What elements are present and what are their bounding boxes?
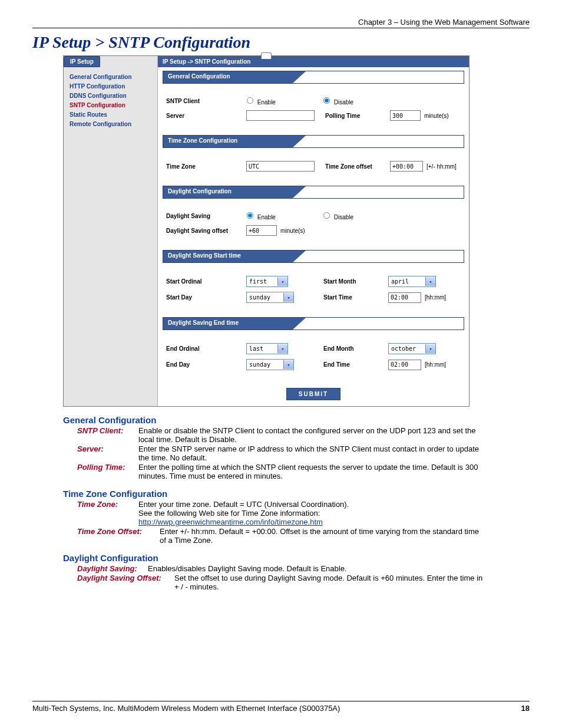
enable-label: Enable — [257, 99, 276, 106]
footer-text: Multi-Tech Systems, Inc. MultiModem Wire… — [32, 704, 340, 713]
doc-term-dso: Daylight Saving Offset: — [77, 574, 174, 591]
section-header-ds-start: Daylight Saving Start time — [163, 250, 464, 263]
end-ordinal-value: last — [249, 345, 277, 352]
submit-button[interactable]: SUBMIT — [286, 388, 340, 400]
end-time-label: End Time — [323, 361, 388, 368]
chevron-down-icon: ▾ — [425, 344, 435, 353]
end-day-label: End Day — [166, 361, 246, 368]
doc-body: General Configuration SNTP Client: Enabl… — [63, 415, 487, 591]
end-ordinal-label: End Ordinal — [166, 345, 246, 352]
sntp-client-label: SNTP Client — [166, 98, 246, 104]
section-title-dl: Daylight Configuration — [163, 186, 293, 198]
doc-term-poll: Polling Time: — [77, 463, 138, 480]
dl-disable-radio[interactable] — [323, 212, 330, 219]
section-title-tz: Time Zone Configuration — [163, 136, 293, 147]
doc-tz-line1: Enter your time zone. Default = UTC (Uni… — [138, 500, 349, 509]
sidebar: IP Setup General Configuration HTTP Conf… — [64, 56, 158, 406]
polling-unit: minute(s) — [424, 113, 449, 119]
doc-body-tzo: Enter +/- hh:mm. Default = +00:00. Offse… — [160, 527, 487, 545]
doc-term-ds: Daylight Saving: — [77, 564, 148, 573]
sidebar-item-ddns[interactable]: DDNS Configuration — [70, 93, 151, 99]
doc-heading-tz: Time Zone Configuration — [63, 489, 487, 499]
doc-tz-line2: See the following Web site for Time Zone… — [138, 509, 320, 518]
disable-label: Disable — [334, 99, 353, 106]
sidebar-tab[interactable]: IP Setup — [64, 56, 100, 67]
chevron-down-icon: ▾ — [277, 277, 287, 286]
tz-offset-input[interactable] — [390, 161, 423, 172]
doc-heading-general: General Configuration — [63, 415, 487, 425]
doc-term-tzo: Time Zone Offset: — [77, 527, 160, 545]
timezone-label: Time Zone — [166, 163, 246, 170]
chevron-down-icon: ▾ — [277, 344, 287, 353]
end-day-select[interactable]: sunday ▾ — [246, 359, 294, 370]
section-title-general: General Configuration — [163, 71, 293, 83]
sntp-disable-radio[interactable] — [323, 97, 330, 104]
server-input[interactable] — [246, 110, 315, 121]
daylight-label: Daylight Saving — [166, 213, 246, 219]
tz-offset-unit: [+/- hh:mm] — [427, 163, 457, 170]
doc-tz-link[interactable]: http://wwp.greenwichmeantime.com/info/ti… — [138, 518, 323, 526]
sidebar-item-remote[interactable]: Remote Configuration — [70, 121, 151, 127]
notch-icon — [261, 52, 272, 59]
section-header-ds-end: Daylight Saving End time — [163, 317, 464, 330]
main-panel: IP Setup -> SNTP Configuration General C… — [158, 56, 469, 406]
sntp-enable-radio[interactable] — [247, 97, 253, 104]
polling-time-label: Polling Time — [325, 113, 390, 119]
dl-enable-radio[interactable] — [247, 212, 253, 219]
end-month-value: october — [391, 345, 425, 352]
sidebar-item-sntp[interactable]: SNTP Configuration — [70, 102, 151, 108]
doc-body-server: Enter the SNTP server name or IP address… — [138, 444, 487, 462]
tz-offset-label: Time Zone offset — [325, 163, 390, 170]
page-number: 18 — [521, 704, 530, 713]
dl-offset-unit: minute(s) — [280, 228, 305, 234]
start-ordinal-value: first — [249, 278, 277, 285]
end-month-select[interactable]: october ▾ — [388, 343, 436, 354]
page-footer: Multi-Tech Systems, Inc. MultiModem Wire… — [32, 701, 530, 713]
start-month-select[interactable]: april ▾ — [388, 276, 436, 287]
chapter-header: Chapter 3 – Using the Web Management Sof… — [32, 18, 530, 27]
chapter-rule — [32, 28, 530, 28]
start-time-input[interactable] — [388, 292, 421, 303]
start-day-label: Start Day — [166, 294, 246, 301]
section-title-ds-end: Daylight Saving End time — [163, 318, 293, 330]
timezone-input[interactable] — [246, 161, 315, 172]
end-time-input[interactable] — [388, 360, 421, 370]
screenshot-panel: IP Setup General Configuration HTTP Conf… — [63, 55, 470, 407]
page-title: IP Setup > SNTP Configuration — [32, 33, 530, 52]
start-time-unit: [hh:mm] — [425, 294, 446, 301]
dl-offset-label: Daylight Saving offset — [166, 228, 246, 234]
start-day-select[interactable]: sunday ▾ — [246, 292, 294, 303]
start-month-value: april — [391, 278, 425, 285]
section-header-tz: Time Zone Configuration — [163, 135, 464, 148]
doc-term-tz: Time Zone: — [77, 500, 138, 526]
section-header-general: General Configuration — [163, 71, 464, 84]
start-time-label: Start Time — [323, 294, 388, 301]
doc-body-tz: Enter your time zone. Default = UTC (Uni… — [138, 500, 487, 526]
section-header-dl: Daylight Configuration — [163, 186, 464, 199]
end-time-unit: [hh:mm] — [425, 361, 446, 368]
sidebar-item-static[interactable]: Static Routes — [70, 111, 151, 118]
start-month-label: Start Month — [323, 278, 388, 285]
start-day-value: sunday — [249, 294, 283, 301]
doc-body-ds: Enables/disables Daylight Saving mode. D… — [148, 564, 487, 573]
start-ordinal-label: Start Ordinal — [166, 278, 246, 285]
doc-body-sntp: Enable or disable the SNTP Client to con… — [138, 426, 487, 444]
dl-enable-label: Enable — [257, 214, 276, 220]
chevron-down-icon: ▾ — [425, 277, 435, 286]
start-ordinal-select[interactable]: first ▾ — [246, 276, 288, 287]
section-title-ds-start: Daylight Saving Start time — [163, 251, 293, 262]
end-month-label: End Month — [323, 345, 388, 352]
sidebar-item-http[interactable]: HTTP Configuration — [70, 83, 151, 90]
end-day-value: sunday — [249, 361, 283, 368]
dl-offset-input[interactable] — [246, 225, 277, 236]
polling-time-input[interactable] — [390, 110, 421, 121]
server-label: Server — [166, 113, 246, 119]
dl-disable-label: Disable — [334, 214, 353, 220]
end-ordinal-select[interactable]: last ▾ — [246, 343, 288, 354]
sidebar-item-general[interactable]: General Configuration — [70, 74, 151, 80]
breadcrumb: IP Setup -> SNTP Configuration — [158, 56, 469, 67]
chevron-down-icon: ▾ — [283, 293, 293, 302]
doc-heading-dl: Daylight Configuration — [63, 553, 487, 563]
doc-term-sntp: SNTP Client: — [77, 426, 138, 444]
chevron-down-icon: ▾ — [283, 360, 293, 369]
